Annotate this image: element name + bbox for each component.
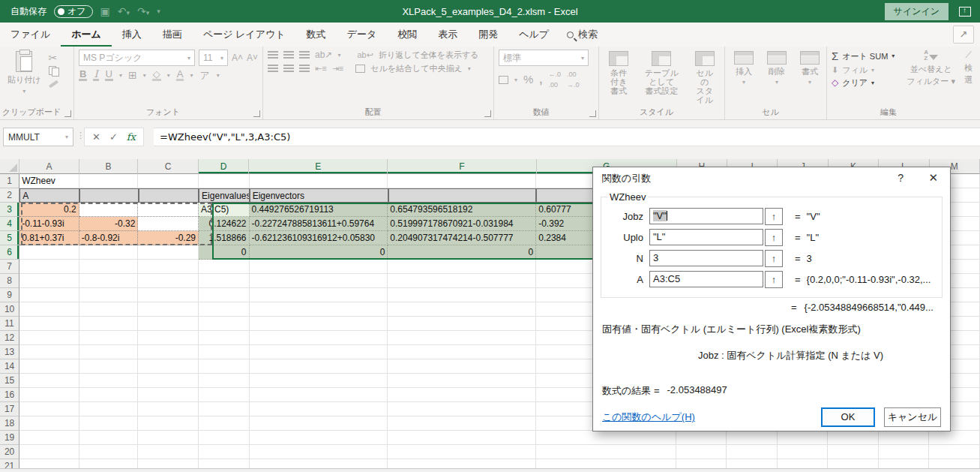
cell-C16[interactable] — [138, 388, 199, 402]
row-header-20[interactable]: 20 — [0, 445, 19, 459]
arg-input-n[interactable]: 3 — [649, 250, 763, 266]
collapse-dialog-icon-n[interactable]: ↑ — [765, 250, 783, 267]
cell-B12[interactable] — [79, 331, 139, 345]
column-header-E[interactable]: E — [249, 159, 388, 174]
row-header-3[interactable]: 3 — [0, 203, 19, 217]
cell-B16[interactable] — [79, 388, 139, 402]
save-icon[interactable]: ▣ — [100, 5, 110, 17]
cell-A3[interactable]: 0.2 — [19, 203, 79, 217]
align-left-icon[interactable] — [268, 65, 278, 73]
cell-C11[interactable] — [138, 317, 199, 331]
collapse-dialog-icon-a[interactable]: ↑ — [765, 271, 783, 288]
autosum-button[interactable]: Σ オート SUM ▾ — [832, 50, 895, 62]
row-header-19[interactable]: 19 — [0, 431, 19, 445]
sort-filter-label-2[interactable]: フィルター ▾ — [907, 77, 955, 86]
collapse-dialog-icon-jobz[interactable]: ↑ — [765, 208, 783, 225]
wrap-text-label[interactable]: 折り返して全体を表示する — [379, 50, 479, 59]
cell-B6[interactable] — [79, 245, 139, 260]
borders-icon[interactable]: ⊞ — [128, 70, 137, 80]
cell-E11[interactable] — [250, 317, 388, 331]
cell-C5[interactable]: -0.29 — [138, 231, 199, 245]
copy-icon[interactable] — [49, 66, 59, 77]
row-header-12[interactable]: 12 — [0, 331, 19, 345]
cell-F12[interactable] — [388, 331, 536, 345]
cell-A19[interactable] — [19, 431, 79, 445]
cell-F13[interactable] — [388, 345, 536, 359]
enter-entry-icon[interactable]: ✓ — [109, 131, 118, 143]
collapse-dialog-icon-uplo[interactable]: ↑ — [765, 229, 783, 246]
cell-A12[interactable] — [19, 331, 79, 345]
cell-C17[interactable] — [138, 402, 199, 416]
row-header-5[interactable]: 5 — [0, 231, 19, 245]
cell-C15[interactable] — [138, 374, 199, 388]
ribbon-tab-7[interactable]: データ — [337, 23, 388, 47]
cell-C7[interactable] — [138, 260, 199, 274]
arg-input-a[interactable]: A3:C5 — [649, 271, 763, 287]
cell-D17[interactable] — [199, 402, 250, 416]
cell-K19[interactable] — [828, 431, 879, 445]
format-as-table-button[interactable]: テーブルとして 書式設定 — [638, 50, 685, 106]
shrink-font-icon[interactable]: A˅ — [247, 53, 258, 63]
cell-G19[interactable] — [536, 431, 676, 445]
row-header-7[interactable]: 7 — [0, 260, 19, 274]
cell-D5[interactable]: 1.518866 — [199, 231, 250, 245]
italic-button[interactable]: I — [93, 69, 98, 81]
cell-F9[interactable] — [388, 288, 536, 302]
ribbon-tab-8[interactable]: 校閲 — [387, 23, 427, 47]
row-header-13[interactable]: 13 — [0, 345, 19, 359]
row-header-4[interactable]: 4 — [0, 217, 19, 231]
column-header-A[interactable]: A — [19, 159, 79, 174]
sort-filter-label-1[interactable]: 並べ替えと — [910, 65, 952, 74]
cell-C1[interactable] — [138, 174, 199, 188]
cell-F3[interactable]: 0.654793596518192 — [388, 203, 536, 217]
cell-A11[interactable] — [19, 317, 79, 331]
increase-indent-icon[interactable]: ⇥≡ — [332, 63, 344, 74]
align-middle-icon[interactable] — [283, 51, 294, 59]
function-help-link[interactable]: この関数のヘルプ(H) — [602, 410, 695, 424]
font-color-icon[interactable]: A — [176, 69, 184, 81]
cell-F17[interactable] — [388, 402, 536, 416]
cell-K20[interactable] — [828, 445, 879, 459]
merge-center-label[interactable]: セルを結合して中央揃え — [370, 64, 463, 73]
row-header-6[interactable]: 6 — [0, 245, 19, 260]
cell-L20[interactable] — [879, 445, 930, 459]
cell-B4[interactable]: -0.32 — [79, 217, 139, 231]
cell-D4[interactable]: 0.124622 — [199, 217, 250, 231]
row-header-9[interactable]: 9 — [0, 288, 19, 302]
cell-E6[interactable]: 0 — [250, 245, 388, 260]
cell-F6[interactable]: 0 — [388, 245, 536, 260]
cell-B3[interactable] — [79, 203, 139, 217]
font-dialog-launcher-icon[interactable] — [253, 110, 260, 117]
delete-cells-button[interactable]: 削除 ▾ — [763, 50, 791, 106]
insert-cells-button[interactable]: 挿入 ▾ — [730, 50, 758, 106]
cell-F11[interactable] — [388, 317, 536, 331]
accounting-format-icon[interactable] — [499, 76, 508, 84]
row-header-17[interactable]: 17 — [0, 402, 19, 416]
cell-D19[interactable] — [199, 431, 250, 445]
percent-icon[interactable]: % — [523, 74, 533, 85]
format-painter-icon[interactable] — [49, 80, 58, 89]
cell-D3[interactable]: A3:C5) — [199, 203, 250, 217]
cell-B18[interactable] — [79, 416, 139, 431]
cell-B9[interactable] — [79, 288, 139, 302]
ribbon-tab-11[interactable]: ヘルプ — [508, 23, 559, 47]
cell-C10[interactable] — [138, 302, 199, 317]
cell-C18[interactable] — [138, 416, 199, 431]
cell-C9[interactable] — [138, 288, 199, 302]
customize-qat-icon[interactable]: ▾ — [157, 8, 160, 15]
cell-A1[interactable]: WZheev — [19, 174, 79, 188]
cell-F7[interactable] — [388, 260, 536, 274]
row-header-2[interactable]: 2 — [0, 188, 19, 203]
cell-E7[interactable] — [250, 260, 388, 274]
alignment-dialog-launcher-icon[interactable] — [484, 110, 491, 117]
cell-A2[interactable]: A — [19, 188, 79, 203]
cell-F16[interactable] — [388, 388, 536, 402]
decrease-indent-icon[interactable]: ⇤≡ — [315, 63, 327, 74]
cell-D20[interactable] — [199, 445, 250, 459]
cell-J19[interactable] — [778, 431, 829, 445]
cell-F10[interactable] — [388, 302, 536, 317]
cell-B20[interactable] — [79, 445, 139, 459]
cell-B1[interactable] — [79, 174, 139, 188]
cell-E20[interactable] — [250, 445, 388, 459]
cell-E10[interactable] — [250, 302, 388, 317]
